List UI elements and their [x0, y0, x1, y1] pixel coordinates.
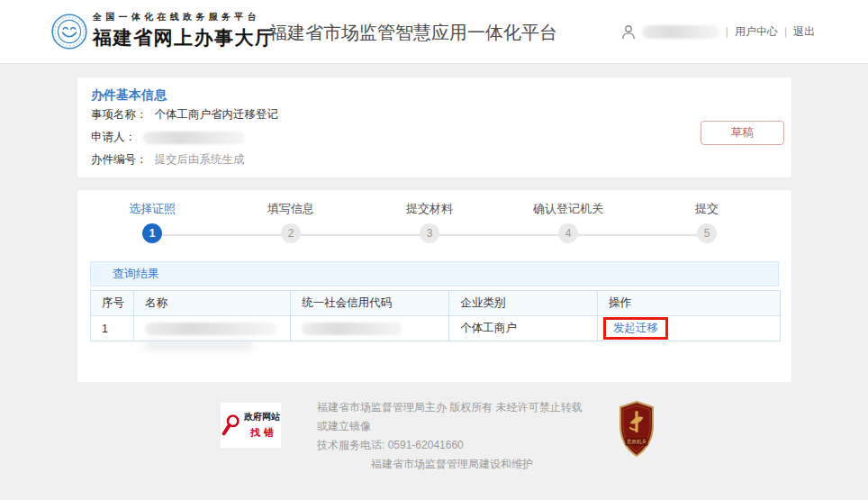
cell-name	[134, 316, 291, 341]
results-card: 选择证照 1 填写信息 2 提交材料 3 确认登记机关 4 提交 5 查询结果	[77, 189, 792, 383]
step-item-2: 填写信息 2	[267, 201, 314, 243]
step-circle: 5	[697, 223, 717, 243]
start-migration-link[interactable]: 发起迁移	[613, 322, 658, 334]
cell-action: 发起迁移	[597, 316, 780, 341]
redacted-entity-name	[145, 323, 276, 335]
redaction-smudge	[145, 341, 253, 350]
step-label: 提交	[695, 201, 719, 217]
cell-category: 个体工商户	[449, 316, 598, 341]
copyright-line-3: 福建省市场监督管理局建设和维护	[317, 455, 587, 474]
results-table: 序号 名称 统一社会信用代码 企业类别 操作 1 个体工商户 发起迁移	[90, 290, 781, 341]
portal-logo-subtitle: 全国一体化在线政务服务平台	[93, 11, 276, 23]
col-header-category: 企业类别	[449, 291, 598, 316]
gov-site-error-report-logo[interactable]: 政府网站 找错	[221, 403, 281, 448]
case-number-label: 办件编号：	[91, 152, 148, 168]
step-label: 选择证照	[129, 201, 176, 217]
user-area: | 用户中心 | 退出	[621, 22, 815, 41]
step-progress-bar: 选择证照 1 填写信息 2 提交材料 3 确认登记机关 4 提交 5	[152, 201, 707, 259]
step-item-5: 提交 5	[695, 201, 719, 243]
col-header-index: 序号	[91, 291, 134, 316]
step-item-4: 确认登记机关 4	[533, 201, 603, 243]
user-icon	[621, 24, 636, 40]
redacted-username	[642, 25, 719, 39]
smiley-seal-logo-icon	[51, 14, 87, 50]
portal-logo-title: 福建省网上办事大厅	[93, 25, 276, 50]
find-error-label: 找错	[247, 426, 277, 440]
step-label: 提交材料	[406, 201, 453, 217]
step-circle: 1	[142, 223, 162, 243]
page: 全国一体化在线政务服务平台 福建省网上办事大厅 福建省市场监管智慧应用一体化平台…	[0, 0, 868, 500]
step-circle: 2	[281, 223, 301, 243]
item-name-label: 事项名称：	[91, 107, 148, 123]
badge-text: 党政机关	[627, 439, 647, 445]
magnifier-icon	[222, 412, 241, 439]
redacted-applicant-name	[143, 132, 245, 144]
copyright-line-1: 福建省市场监督管理局主办 版权所有 未经许可禁止转载或建立镜像	[317, 398, 587, 436]
gov-site-label: 政府网站	[244, 411, 280, 423]
case-number-row: 办件编号： 提交后由系统生成	[91, 152, 245, 168]
divider: |	[784, 25, 787, 38]
col-header-name: 名称	[134, 291, 291, 316]
gov-site-error-report-text: 政府网站 找错	[244, 411, 280, 440]
item-name-value: 个体工商户省内迁移登记	[155, 107, 279, 123]
step-circle: 4	[558, 223, 578, 243]
highlight-box: 发起迁移	[603, 317, 668, 340]
step-label: 填写信息	[267, 201, 314, 217]
cell-index: 1	[91, 316, 134, 341]
redacted-credit-code	[302, 323, 402, 335]
applicant-row: 申请人：	[91, 130, 245, 145]
table-header-row: 序号 名称 统一社会信用代码 企业类别 操作	[91, 291, 781, 316]
footer-copyright: 福建省市场监督管理局主办 版权所有 未经许可禁止转载或建立镜像 技术服务电话: …	[317, 398, 587, 474]
user-center-link[interactable]: 用户中心	[735, 24, 778, 40]
col-header-action: 操作	[597, 291, 780, 316]
case-info-card: 办件基本信息 事项名称： 个体工商户省内迁移登记 申请人： 办件编号： 提交后由…	[77, 77, 792, 178]
table-row: 1 个体工商户 发起迁移	[91, 316, 781, 341]
applicant-label: 申请人：	[91, 130, 136, 145]
step-circle: 3	[420, 223, 439, 243]
col-header-credit-code: 统一社会信用代码	[291, 291, 449, 316]
page-title: 福建省市场监管智慧应用一体化平台	[269, 21, 557, 45]
step-item-1: 选择证照 1	[129, 201, 176, 243]
logout-link[interactable]: 退出	[793, 24, 815, 40]
case-number-value: 提交后由系统生成	[155, 152, 245, 168]
gov-agency-shield-badge[interactable]: 党政机关	[618, 401, 656, 458]
draft-button[interactable]: 草稿	[701, 121, 784, 145]
item-name-row: 事项名称： 个体工商户省内迁移登记	[91, 107, 278, 123]
case-info-title: 办件基本信息	[91, 87, 167, 104]
cell-credit-code	[291, 316, 449, 341]
header: 全国一体化在线政务服务平台 福建省网上办事大厅 福建省市场监管智慧应用一体化平台…	[0, 0, 868, 64]
query-results-section-header: 查询结果	[90, 261, 779, 286]
copyright-line-2: 技术服务电话: 0591-62041660	[317, 436, 587, 455]
step-label: 确认登记机关	[533, 201, 603, 217]
step-item-3: 提交材料 3	[406, 201, 453, 243]
portal-logo-text: 全国一体化在线政务服务平台 福建省网上办事大厅	[93, 11, 276, 50]
divider: |	[726, 25, 728, 38]
query-results-title: 查询结果	[113, 267, 159, 280]
